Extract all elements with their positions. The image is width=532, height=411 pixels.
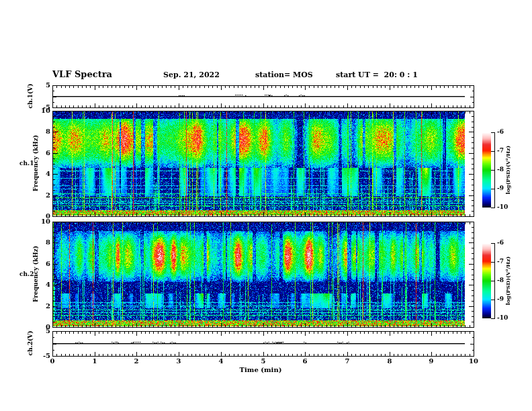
tick-mark — [470, 332, 470, 334]
frequency-tick-label: 0 — [32, 324, 50, 330]
tick-mark — [465, 354, 466, 356]
tick-mark — [491, 151, 495, 152]
frequency-tick-label: 2 — [32, 303, 50, 310]
colorbar-tick-label: -6 — [497, 240, 515, 246]
tick-mark — [472, 127, 474, 128]
tick-mark — [474, 103, 474, 107]
time-axis-label: Time (min) — [214, 367, 308, 373]
tick-mark — [474, 86, 474, 90]
tick-mark — [472, 316, 474, 317]
tick-mark — [472, 116, 474, 117]
tick-mark — [472, 211, 474, 212]
tick-mark — [472, 259, 474, 259]
tick-mark — [470, 111, 470, 113]
ch1-colorbar-label: log(PSD)(V²/Hz) — [505, 146, 511, 195]
tick-mark — [469, 264, 474, 265]
tick-mark — [491, 189, 495, 189]
colorbar-tick-label: -10 — [497, 315, 515, 321]
tick-mark — [491, 132, 495, 133]
tick-mark — [491, 170, 495, 171]
tick-mark — [469, 195, 474, 196]
tick-mark — [474, 111, 474, 116]
tick-mark — [470, 325, 470, 327]
ch1-voltage-trace — [53, 86, 465, 107]
frequency-tick-label: 10 — [32, 107, 50, 114]
colorbar-tick-label: -6 — [497, 129, 515, 135]
ch1-frequency-axis-label: Frequency (kHz) — [33, 135, 39, 191]
tick-mark — [472, 238, 474, 238]
tick-mark — [472, 232, 474, 233]
frequency-tick-label: 8 — [32, 239, 50, 246]
tick-mark — [469, 216, 474, 217]
tick-mark — [472, 337, 474, 338]
ch1-colorbar — [482, 132, 491, 208]
figure-title: VLF Spectra — [52, 70, 112, 79]
ch1-voltage-axis-label: ch.1(V) — [28, 84, 34, 109]
x-tick-label: 6 — [297, 358, 313, 365]
tick-mark — [472, 137, 474, 138]
tick-mark — [470, 331, 474, 332]
tick-mark — [470, 356, 474, 357]
colorbar-axis — [494, 132, 495, 208]
tick-mark — [491, 281, 495, 281]
tick-mark — [472, 290, 474, 291]
tick-mark — [470, 344, 474, 345]
tick-mark — [470, 105, 470, 107]
ch2-spectrogram — [53, 222, 465, 326]
tick-mark — [53, 216, 58, 217]
tick-mark — [491, 208, 495, 208]
tick-mark — [474, 332, 474, 336]
x-tick-label: 8 — [382, 358, 398, 365]
tick-mark — [470, 97, 474, 97]
tick-mark — [472, 190, 474, 191]
tick-mark — [472, 279, 474, 280]
tick-mark — [465, 214, 466, 216]
x-tick-label: 4 — [213, 358, 229, 365]
ch2-frequency-axis-label: Frequency (kHz) — [33, 246, 39, 302]
tick-mark — [465, 332, 466, 334]
tick-mark — [469, 111, 474, 111]
x-tick-label: 10 — [466, 358, 482, 365]
tick-mark — [465, 111, 466, 113]
frequency-tick-label: 8 — [32, 128, 50, 135]
tick-mark — [472, 295, 474, 296]
tick-mark — [465, 325, 466, 327]
x-tick-label: 1 — [87, 358, 103, 365]
x-tick-label: 7 — [339, 358, 355, 365]
date-label: Sep. 21, 2022 — [163, 71, 220, 79]
vlf-spectra-figure: 012345678910108642010864205-55-5-6-7-8-9… — [0, 0, 532, 411]
tick-mark — [474, 352, 474, 356]
tick-mark — [465, 86, 466, 88]
tick-mark — [472, 205, 474, 206]
x-tick-label: 5 — [255, 358, 271, 365]
tick-mark — [470, 86, 470, 88]
tick-mark — [472, 253, 474, 254]
ch2-colorbar-label: log(PSD)(V²/Hz) — [505, 257, 511, 306]
tick-mark — [474, 222, 474, 226]
voltage-tick-label: -5 — [32, 104, 50, 111]
ch2-colorbar — [482, 243, 491, 318]
tick-mark — [470, 222, 470, 224]
tick-mark — [469, 242, 474, 243]
tick-mark — [465, 105, 466, 107]
tick-mark — [491, 318, 495, 319]
x-tick-label: 3 — [171, 358, 187, 365]
tick-mark — [469, 174, 474, 175]
tick-mark — [491, 262, 495, 263]
tick-mark — [465, 222, 466, 224]
tick-mark — [469, 153, 474, 154]
tick-mark — [472, 158, 474, 159]
tick-mark — [472, 91, 474, 91]
tick-mark — [469, 306, 474, 307]
tick-mark — [470, 214, 470, 216]
tick-mark — [472, 179, 474, 180]
frequency-tick-label: 0 — [32, 213, 50, 220]
tick-mark — [472, 350, 474, 351]
x-tick-label: 2 — [128, 358, 144, 365]
tick-mark — [472, 301, 474, 302]
start-ut-label: start UT = 20: 0 : 1 — [336, 71, 418, 79]
tick-mark — [472, 200, 474, 201]
tick-mark — [53, 356, 56, 357]
tick-mark — [469, 222, 474, 222]
tick-mark — [472, 122, 474, 122]
